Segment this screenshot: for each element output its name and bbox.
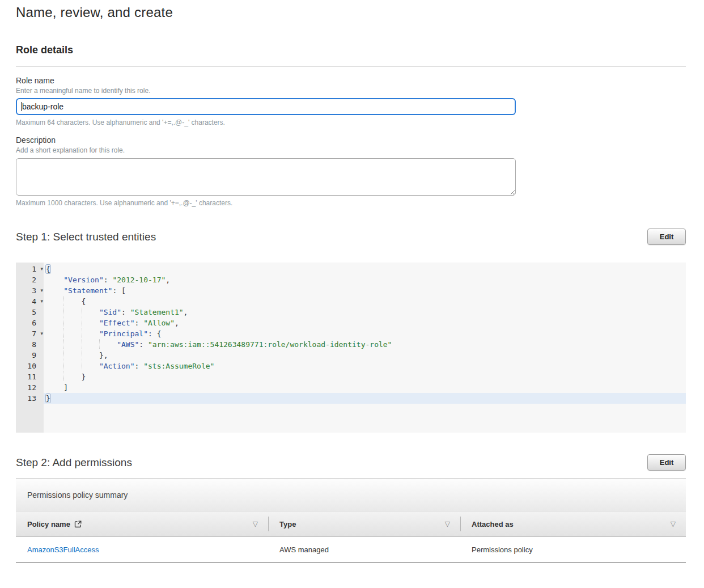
description-textarea[interactable] <box>16 158 516 196</box>
description-help: Add a short explanation for this role. <box>16 146 686 154</box>
code-token: "Version" <box>63 276 103 284</box>
code-line[interactable]: "Effect": "Allow", <box>44 318 686 328</box>
create-role-review-page: Name, review, and create Role details Ro… <box>0 0 704 574</box>
indent-guide <box>46 339 63 349</box>
step2-edit-button[interactable]: Edit <box>647 454 686 471</box>
fold-arrow-icon[interactable]: ▾ <box>40 328 43 339</box>
code-line[interactable]: "AWS": "arn:aws:iam::541263489771:role/w… <box>44 339 686 350</box>
code-line[interactable]: "Action": "sts:AssumeRole" <box>44 361 686 371</box>
code-token: "Action" <box>99 362 135 370</box>
line-number[interactable]: 13 <box>16 393 44 404</box>
indent-guide <box>82 361 99 370</box>
indent-guide <box>99 339 117 349</box>
column-label: Attached as <box>472 520 514 528</box>
column-separator <box>460 517 461 531</box>
code-line[interactable]: }, <box>44 350 686 361</box>
code-token: }, <box>99 351 108 359</box>
code-token: : <box>121 308 130 316</box>
line-number[interactable]: 3▾ <box>16 285 44 296</box>
fold-arrow-icon[interactable]: ▾ <box>40 285 43 296</box>
code-line[interactable]: { <box>44 264 686 274</box>
line-number[interactable]: 9 <box>16 350 44 361</box>
line-number[interactable]: 11 <box>16 371 44 382</box>
column-header-attached-as[interactable]: Attached as ▽ <box>460 511 686 536</box>
code-token: "Statement1" <box>130 308 184 316</box>
code-line[interactable]: "Principal": { <box>44 328 686 339</box>
sort-icon[interactable]: ▽ <box>445 520 450 528</box>
code-line[interactable]: "Version": "2012-10-17", <box>44 274 686 285</box>
fold-arrow-icon[interactable]: ▾ <box>40 296 43 307</box>
role-name-input[interactable] <box>16 98 516 115</box>
code-line[interactable]: ] <box>44 382 686 393</box>
policy-type-cell: AWS managed <box>268 537 460 562</box>
code-token: , <box>184 308 188 316</box>
indent-guide <box>63 318 81 327</box>
code-token: "Allow" <box>143 319 175 327</box>
code-token: , <box>175 319 179 327</box>
editor-gutter[interactable]: 1▾23▾4▾567▾8910111213 <box>16 263 44 433</box>
indent-guide <box>82 350 99 359</box>
matched-bracket: } <box>45 394 51 403</box>
line-number[interactable]: 12 <box>16 382 44 393</box>
matched-bracket: { <box>45 264 51 274</box>
external-link-icon <box>74 521 82 528</box>
policy-table-header: Policy name ▽ Type ▽ <box>16 511 686 537</box>
line-number[interactable]: 7▾ <box>16 328 44 339</box>
indent-guide <box>46 318 63 327</box>
line-number[interactable]: 4▾ <box>16 296 44 307</box>
code-token: { <box>82 297 86 306</box>
code-token: "Statement" <box>63 286 112 295</box>
role-name-constraint: Maximum 64 characters. Use alphanumeric … <box>16 119 686 126</box>
step2-permissions-section: Step 2: Add permissions Edit Permissions… <box>16 454 686 563</box>
page-title: Name, review, and create <box>16 5 686 20</box>
description-field: Description Add a short explanation for … <box>16 136 686 207</box>
indent-guide <box>63 307 81 316</box>
line-number[interactable]: 1▾ <box>16 264 44 274</box>
indent-guide <box>46 285 63 295</box>
line-number[interactable]: 2 <box>16 274 44 285</box>
sort-icon[interactable]: ▽ <box>253 520 258 528</box>
line-number[interactable]: 8 <box>16 339 44 350</box>
code-line[interactable]: } <box>44 393 686 404</box>
code-token: : { <box>148 329 161 338</box>
column-header-policy-name[interactable]: Policy name ▽ <box>16 511 268 536</box>
policy-name-link[interactable]: AmazonS3FullAccess <box>27 545 99 554</box>
indent-guide <box>63 296 81 306</box>
line-number[interactable]: 6 <box>16 318 44 328</box>
indent-guide <box>46 274 63 284</box>
editor-content[interactable]: {"Version": "2012-10-17","Statement": [{… <box>44 263 686 404</box>
column-label: Type <box>279 520 296 528</box>
line-number[interactable]: 5 <box>16 307 44 318</box>
sort-icon[interactable]: ▽ <box>671 520 676 528</box>
column-header-type[interactable]: Type ▽ <box>268 511 460 536</box>
fold-arrow-icon[interactable]: ▾ <box>40 264 43 274</box>
indent-guide <box>63 361 81 370</box>
line-number[interactable]: 10 <box>16 361 44 371</box>
indent-guide <box>46 328 63 338</box>
code-token: , <box>166 276 170 284</box>
role-details-section: Role details Role name Enter a meaningfu… <box>16 44 686 207</box>
code-token: : <box>135 319 144 327</box>
step1-edit-button[interactable]: Edit <box>647 229 686 245</box>
code-line[interactable]: "Sid": "Statement1", <box>44 307 686 318</box>
indent-guide <box>46 361 63 370</box>
permissions-summary-panel: Permissions policy summary Policy name ▽ <box>16 478 686 563</box>
indent-guide <box>46 296 63 306</box>
code-token: } <box>82 373 86 381</box>
indent-guide <box>82 307 99 316</box>
code-line[interactable]: { <box>44 296 686 307</box>
text-caret <box>21 102 22 111</box>
indent-guide <box>46 382 63 392</box>
code-token: "Principal" <box>99 329 148 338</box>
code-token: ] <box>63 383 68 392</box>
code-line[interactable]: "Statement": [ <box>44 285 686 296</box>
trust-policy-editor[interactable]: 1▾23▾4▾567▾8910111213 {"Version": "2012-… <box>16 263 686 433</box>
step1-heading: Step 1: Select trusted entities <box>16 231 156 243</box>
code-line[interactable]: } <box>44 371 686 382</box>
column-separator <box>268 517 269 531</box>
panel-title: Permissions policy summary <box>16 478 686 511</box>
indent-guide <box>63 339 81 349</box>
table-row: AmazonS3FullAccessAWS managedPermissions… <box>16 537 686 563</box>
step2-heading: Step 2: Add permissions <box>16 456 132 469</box>
code-token: "Sid" <box>99 308 121 316</box>
